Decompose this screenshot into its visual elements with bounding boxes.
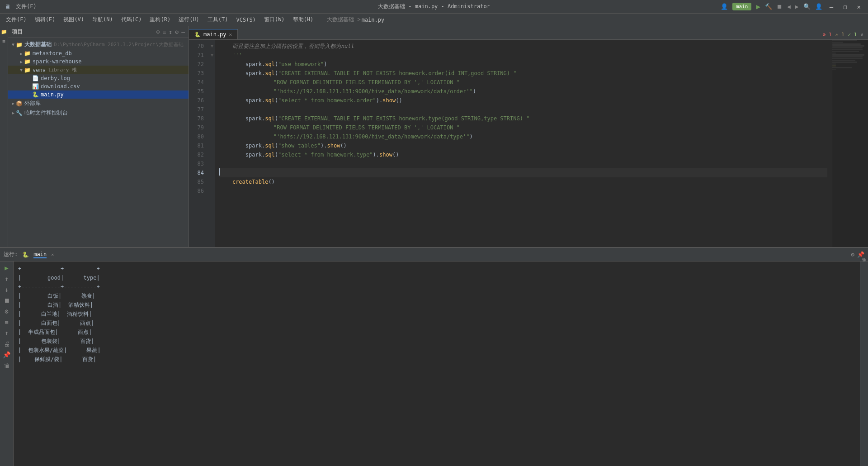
tree-item-derby[interactable]: ▶ 📄 derby.log xyxy=(8,74,189,82)
back-icon[interactable]: ◀ xyxy=(787,3,791,10)
menu-window[interactable]: 窗口(W) xyxy=(260,14,288,25)
tree-item-venv[interactable]: ▼ 📁 venv library 根 xyxy=(8,66,189,74)
minimize-button[interactable]: — xyxy=(827,2,836,11)
breadcrumb: 大数据基础 > xyxy=(327,16,360,24)
sidebar-sort-icon[interactable]: ↕ xyxy=(169,29,173,35)
right-bookmarks: 书签 xyxy=(860,262,868,466)
user-avatar[interactable]: 👤 xyxy=(815,3,822,10)
run-print-icon[interactable]: 🖨 xyxy=(4,340,10,347)
tree-label-download-csv: download.csv xyxy=(41,83,80,90)
menu-refactor[interactable]: 重构(R) xyxy=(146,14,174,25)
run-down-icon[interactable]: ↓ xyxy=(5,286,8,293)
sidebar-locate-icon[interactable]: ⊙ xyxy=(156,29,160,35)
run-output: +------------+----------+ | good| type| … xyxy=(14,262,860,466)
play-button[interactable]: ▶ xyxy=(756,2,760,11)
error-indicators: ⊗ 1 ⚠ 1 ✓ 1 ∧ xyxy=(818,30,868,39)
run-panel-pin[interactable]: 📌 xyxy=(857,251,864,258)
run-config-btn[interactable]: main xyxy=(732,3,752,10)
stop-icon[interactable]: ⏹ xyxy=(777,3,783,10)
tree-path-root: D:\Python\PyCharm-2021.3.2\Project\大数据基础 xyxy=(54,41,184,48)
window-title: 大数据基础 - main.py - Administrator xyxy=(378,3,490,10)
close-button[interactable]: ✕ xyxy=(854,2,863,11)
caret-icon[interactable]: ∧ xyxy=(860,32,863,38)
code-line-72: spark.sql("use homework") xyxy=(219,60,827,69)
build-icon[interactable]: 🔨 xyxy=(765,3,772,10)
run-tab-main[interactable]: main xyxy=(33,251,47,258)
code-line-85: createTable() xyxy=(219,177,827,186)
code-line-77 xyxy=(219,105,827,114)
run-filter-icon[interactable]: ⚙ xyxy=(5,308,8,315)
run-up-icon[interactable]: ↑ xyxy=(5,275,8,282)
menu-view[interactable]: 视图(V) xyxy=(60,14,88,25)
tree-item-spark-warehouse[interactable]: ▶ 📁 spark-warehouse xyxy=(8,57,189,66)
code-line-78: spark.sql("CREATE EXTERNAL TABLE IF NOT … xyxy=(219,114,827,123)
menu-edit[interactable]: 编辑(E) xyxy=(31,14,59,25)
run-tab-close[interactable]: ✕ xyxy=(51,252,54,257)
code-line-83 xyxy=(219,159,827,168)
sidebar-collapse-icon[interactable]: ≡ xyxy=(163,29,166,35)
run-up2-icon[interactable]: ↑ xyxy=(5,329,8,337)
sidebar-minimize-icon[interactable]: — xyxy=(181,29,185,35)
run-stop-icon[interactable]: ⏹ xyxy=(4,297,10,304)
maximize-button[interactable]: ❐ xyxy=(840,2,849,11)
run-panel-controls: ⚙ 📌 xyxy=(851,251,864,258)
user-icon[interactable]: 👤 xyxy=(721,3,728,10)
run-tabs: 运行: 🐍 main ✕ ⚙ 📌 xyxy=(0,248,868,262)
minimap xyxy=(832,40,868,247)
menu-code[interactable]: 代码(C) xyxy=(118,14,146,25)
editor-tab-main[interactable]: 🐍 main.py ✕ xyxy=(189,29,238,39)
editor-area: 🐍 main.py ✕ ⊗ 1 ⚠ 1 ✓ 1 ∧ 70 71 7 xyxy=(189,26,868,247)
tree-label-metastore: metastore_db xyxy=(33,50,72,57)
menu-nav[interactable]: 导航(N) xyxy=(89,14,117,25)
tree-item-download-csv[interactable]: ▶ 📊 download.csv xyxy=(8,82,189,90)
tree-item-main-py[interactable]: ▶ 🐍 main.py xyxy=(8,90,189,99)
structure-icon[interactable]: ≡ xyxy=(1,38,6,45)
sidebar-title: 项目 xyxy=(12,28,154,36)
run-pin2-icon[interactable]: 📌 xyxy=(3,351,10,358)
project-icon[interactable]: 📁 xyxy=(0,28,8,36)
sidebar: 项目 ⊙ ≡ ↕ ⚙ — ▼ 📁 大数据基础 D:\Python\PyCharm… xyxy=(8,26,189,247)
run-content-area: ▶ ↑ ↓ ⏹ ⚙ ≡ ↑ 🖨 📌 🗑 +------------+------… xyxy=(0,262,868,466)
breadcrumb-file: main.py xyxy=(362,17,385,23)
warning-count: ⚠ 1 xyxy=(835,32,844,38)
tree-item-external[interactable]: ▶ 📦 外部库 xyxy=(8,99,189,108)
code-line-79: "ROW FORMAT DELIMITED FIELDS TERMINATED … xyxy=(219,123,827,132)
menu-bar: 文件(F) 编辑(E) 视图(V) 导航(N) 代码(C) 重构(R) 运行(U… xyxy=(0,14,868,26)
run-toolbar: ▶ ↑ ↓ ⏹ ⚙ ≡ ↑ 🖨 📌 🗑 xyxy=(0,262,14,466)
menu-vcs[interactable]: VCS(S) xyxy=(233,15,259,24)
tab-icon-py: 🐍 xyxy=(194,32,201,38)
forward-icon[interactable]: ▶ xyxy=(795,3,799,10)
menu-file[interactable]: 文件(F) xyxy=(2,14,30,25)
menu-help[interactable]: 帮助(H) xyxy=(289,14,317,25)
code-line-76: spark.sql("select * from homework.order"… xyxy=(219,96,827,105)
sidebar-settings-icon[interactable]: ⚙ xyxy=(175,29,179,35)
menu-tools[interactable]: 工具(T) xyxy=(204,14,232,25)
tree-item-metastore[interactable]: ▶ 📁 metastore_db xyxy=(8,49,189,57)
code-line-86 xyxy=(219,186,827,195)
run-trash-icon[interactable]: 🗑 xyxy=(4,362,10,369)
line-numbers: 70 71 72 73 74 75 76 77 78 79 80 81 82 8… xyxy=(189,40,209,247)
tree-item-temp[interactable]: ▶ 🔧 临时文件和控制台 xyxy=(8,108,189,118)
tree-label-root: 大数据基础 xyxy=(24,41,52,48)
code-line-82: spark.sql("select * from homework.type")… xyxy=(219,150,827,159)
run-icon: 🐍 xyxy=(22,252,29,258)
title-bar: 🖥 文件(F) 大数据基础 - main.py - Administrator … xyxy=(0,0,868,14)
tab-close-main[interactable]: ✕ xyxy=(229,32,232,38)
code-editor[interactable]: 而且要注意加上分隔符的设置，否则导入都为null ''' spark.sql("… xyxy=(215,40,832,247)
tree-item-root[interactable]: ▼ 📁 大数据基础 D:\Python\PyCharm-2021.3.2\Pro… xyxy=(8,40,189,49)
menu-run[interactable]: 运行(U) xyxy=(175,14,203,25)
title-bar-left: 🖥 文件(F) xyxy=(5,2,39,11)
bookmarks-label[interactable]: 书签 xyxy=(861,263,867,267)
app-menu-file[interactable]: 文件(F) xyxy=(14,2,39,11)
error-count: ⊗ 1 xyxy=(823,32,832,38)
editor-gutter-area: 70 71 72 73 74 75 76 77 78 79 80 81 82 8… xyxy=(189,40,868,247)
tree-venv-extra: library 根 xyxy=(48,67,77,73)
tree-label-temp: 临时文件和控制台 xyxy=(24,109,68,117)
run-panel-settings[interactable]: ⚙ xyxy=(851,251,854,258)
search-icon[interactable]: 🔍 xyxy=(803,3,811,10)
code-line-75: "'hdfs://192.168.121.131:9000/hive_data/… xyxy=(219,87,827,96)
run-scroll-icon[interactable]: ≡ xyxy=(5,319,8,326)
run-play-icon[interactable]: ▶ xyxy=(5,264,8,271)
app-icon: 🖥 xyxy=(5,3,11,10)
run-label: 运行: xyxy=(4,251,18,258)
